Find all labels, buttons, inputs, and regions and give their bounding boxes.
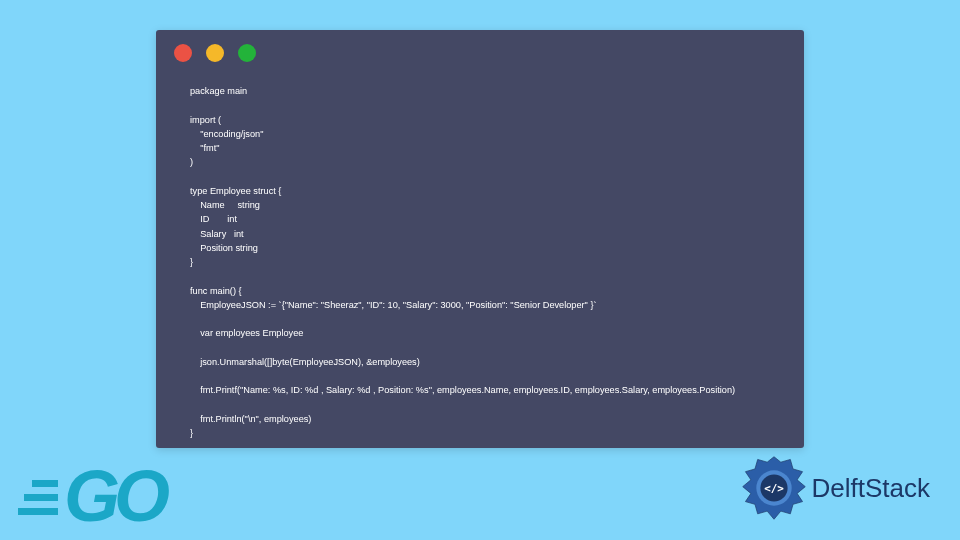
- window-titlebar: [156, 30, 804, 62]
- minimize-icon: [206, 44, 224, 62]
- maximize-icon: [238, 44, 256, 62]
- code-window: package main import ( "encoding/json" "f…: [156, 30, 804, 448]
- delftstack-logo-text: DelftStack: [812, 473, 931, 504]
- delftstack-emblem-icon: </>: [740, 454, 808, 522]
- close-icon: [174, 44, 192, 62]
- go-speed-lines-icon: [18, 480, 58, 515]
- code-bracket-icon: </>: [764, 482, 784, 495]
- delftstack-logo: </> DelftStack: [740, 454, 931, 522]
- go-logo-text: GO: [64, 468, 164, 526]
- code-content: package main import ( "encoding/json" "f…: [156, 62, 804, 464]
- go-logo: GO: [18, 468, 164, 526]
